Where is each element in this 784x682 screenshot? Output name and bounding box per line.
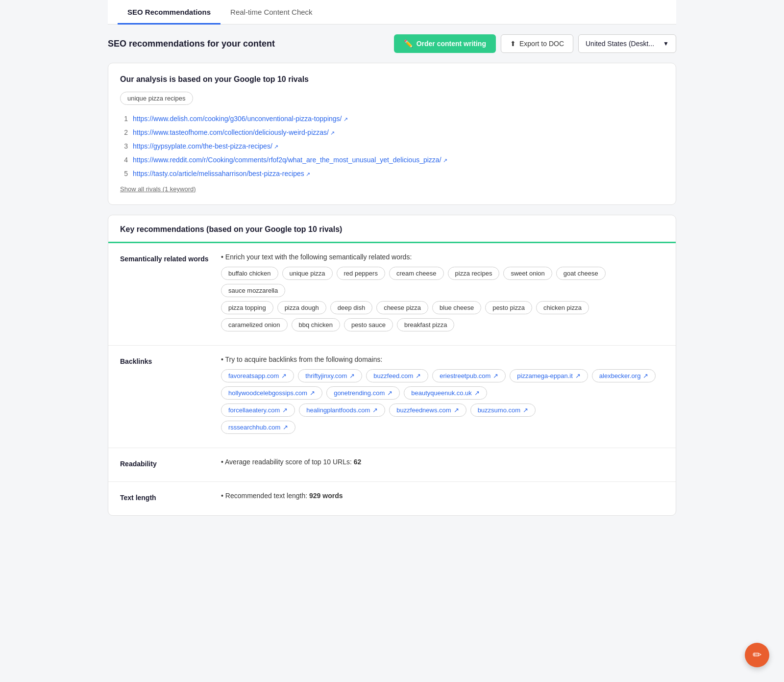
tag-pizza-topping[interactable]: pizza topping [221, 301, 273, 314]
backlink-favoreatsapp[interactable]: favoreatsapp.com ↗ [221, 369, 294, 382]
backlink-buzzsumo[interactable]: buzzsumo.com ↗ [470, 404, 536, 417]
list-item: 5 https://tasty.co/article/melissaharris… [120, 167, 664, 180]
rival-num: 1 [120, 115, 128, 123]
tag-pizza-recipes[interactable]: pizza recipes [448, 267, 500, 280]
backlink-gonetrending[interactable]: gonetrending.com ↗ [326, 386, 400, 400]
rec-label-backlinks: Backlinks [108, 346, 221, 448]
backlink-buzzfeednews[interactable]: buzzfeednews.com ↗ [389, 404, 466, 417]
list-item: 2 https://www.tasteofhome.com/collection… [120, 126, 664, 139]
external-link-icon: ↗ [454, 406, 459, 414]
export-to-doc-button[interactable]: ⬆ Export to DOC [501, 34, 573, 53]
external-link-icon: ↗ [416, 372, 421, 379]
page-title: SEO recommendations for your content [108, 39, 275, 49]
show-rivals-button[interactable]: Show all rivals (1 keyword) [120, 180, 196, 193]
rec-section-readability: Readability • Average readability score … [108, 448, 676, 482]
rival-link[interactable]: https://www.tasteofhome.com/collection/d… [133, 128, 335, 136]
upload-icon: ⬆ [510, 40, 516, 48]
rival-link[interactable]: https://gypsyplate.com/the-best-pizza-re… [133, 142, 278, 150]
tag-unique-pizza[interactable]: unique pizza [282, 267, 333, 280]
backlink-tags-row3: forcellaeatery.com ↗ healingplantfoods.c… [221, 404, 668, 417]
semantic-tags-row3: caramelized onion bbq chicken pesto sauc… [221, 318, 668, 331]
text-length-intro: • Recommended text length: 929 words [221, 492, 668, 500]
tag-cheese-pizza[interactable]: cheese pizza [376, 301, 428, 314]
tag-chicken-pizza[interactable]: chicken pizza [536, 301, 589, 314]
tabs-bar: SEO Recommendations Real-time Content Ch… [108, 0, 676, 25]
tag-blue-cheese[interactable]: blue cheese [432, 301, 481, 314]
backlink-pizzamega[interactable]: pizzamega-eppan.it ↗ [510, 369, 588, 382]
header-row: SEO recommendations for your content ✏️ … [108, 34, 676, 53]
tag-red-peppers[interactable]: red peppers [337, 267, 385, 280]
rec-section-text-length: Text length • Recommended text length: 9… [108, 482, 676, 515]
rival-link[interactable]: https://tasty.co/article/melissaharrison… [133, 170, 310, 177]
tag-buffalo-chicken[interactable]: buffalo chicken [221, 267, 278, 280]
tag-bbq-chicken[interactable]: bbq chicken [292, 318, 340, 331]
tag-cream-cheese[interactable]: cream cheese [389, 267, 444, 280]
edit-icon: ✏️ [404, 39, 413, 48]
rec-intro-semantic: • Enrich your text with the following se… [221, 253, 668, 261]
backlink-buzzfeed[interactable]: buzzfeed.com ↗ [366, 369, 428, 382]
tag-deep-dish[interactable]: deep dish [330, 301, 372, 314]
order-btn-label: Order content writing [416, 40, 486, 48]
tag-breakfast-pizza[interactable]: breakfast pizza [397, 318, 454, 331]
chevron-down-icon: ▼ [663, 40, 669, 47]
tag-sauce-mozzarella[interactable]: sauce mozzarella [221, 284, 285, 297]
text-length-value: 929 words [309, 492, 343, 500]
rec-content-backlinks: • Try to acquire backlinks from the foll… [221, 346, 676, 448]
backlink-healingplantfoods[interactable]: healingplantfoods.com ↗ [299, 404, 385, 417]
backlink-thriftyjinxy[interactable]: thriftyjinxy.com ↗ [298, 369, 362, 382]
external-link-icon: ↗ [474, 389, 480, 397]
recommendations-card: Key recommendations (based on your Googl… [108, 215, 676, 516]
backlink-hollywoodcelebgossips[interactable]: hollywoodcelebgossips.com ↗ [221, 386, 322, 400]
external-link-icon: ↗ [643, 372, 648, 379]
rec-section-backlinks: Backlinks • Try to acquire backlinks fro… [108, 346, 676, 448]
keyword-tag[interactable]: unique pizza recipes [120, 92, 193, 105]
tab-realtime-content-check[interactable]: Real-time Content Check [220, 0, 322, 25]
analysis-card: Our analysis is based on your Google top… [108, 63, 676, 205]
backlink-tags-row4: rsssearchhub.com ↗ [221, 421, 668, 434]
tag-goat-cheese[interactable]: goat cheese [556, 267, 606, 280]
tag-sweet-onion[interactable]: sweet onion [503, 267, 552, 280]
rec-section-semantic: Semantically related words • Enrich your… [108, 243, 676, 346]
backlink-eriestreetpub[interactable]: eriestreetpub.com ↗ [432, 369, 506, 382]
tag-pizza-dough[interactable]: pizza dough [277, 301, 326, 314]
rival-num: 2 [120, 128, 128, 136]
list-item: 3 https://gypsyplate.com/the-best-pizza-… [120, 139, 664, 153]
external-link-icon: ↗ [372, 406, 378, 414]
semantic-tags-row2: pizza topping pizza dough deep dish chee… [221, 301, 668, 314]
backlink-tags-row1: favoreatsapp.com ↗ thriftyjinxy.com ↗ bu… [221, 369, 668, 382]
backlink-rsssearchhub[interactable]: rsssearchhub.com ↗ [221, 421, 295, 434]
list-item: 4 https://www.reddit.com/r/Cooking/comme… [120, 153, 664, 167]
analysis-card-title: Our analysis is based on your Google top… [120, 75, 664, 84]
readability-value: 62 [354, 458, 362, 466]
backlink-alexbecker[interactable]: alexbecker.org ↗ [592, 369, 656, 382]
rival-list: 1 https://www.delish.com/cooking/g306/un… [120, 112, 664, 180]
rival-num: 5 [120, 170, 128, 177]
order-content-writing-button[interactable]: ✏️ Order content writing [394, 34, 496, 53]
backlink-forcellaeatery[interactable]: forcellaeatery.com ↗ [221, 404, 295, 417]
external-link-icon: ↗ [387, 389, 392, 397]
country-select[interactable]: United States (Deskt... ▼ [578, 34, 676, 53]
backlink-beautyqueenuk[interactable]: beautyqueenuk.co.uk ↗ [404, 386, 487, 400]
tag-caramelized-onion[interactable]: caramelized onion [221, 318, 288, 331]
external-link-icon: ↗ [493, 372, 498, 379]
readability-intro: • Average readability score of top 10 UR… [221, 458, 668, 466]
rival-link[interactable]: https://www.delish.com/cooking/g306/unco… [133, 115, 348, 123]
rec-label-readability: Readability [108, 448, 221, 481]
rec-label-text-length: Text length [108, 482, 221, 515]
rival-link[interactable]: https://www.reddit.com/r/Cooking/comment… [133, 156, 447, 164]
rec-intro-backlinks: • Try to acquire backlinks from the foll… [221, 355, 668, 363]
rec-content-readability: • Average readability score of top 10 UR… [221, 448, 676, 481]
external-link-icon: ↗ [282, 406, 288, 414]
tag-pesto-pizza[interactable]: pesto pizza [485, 301, 532, 314]
tag-pesto-sauce[interactable]: pesto sauce [344, 318, 393, 331]
country-select-label: United States (Deskt... [586, 40, 654, 48]
tab-seo-recommendations[interactable]: SEO Recommendations [118, 0, 220, 25]
rival-num: 4 [120, 156, 128, 164]
rec-label-semantic: Semantically related words [108, 243, 221, 345]
rival-num: 3 [120, 142, 128, 150]
external-link-icon: ↗ [349, 372, 355, 379]
rec-content-semantic: • Enrich your text with the following se… [221, 243, 676, 345]
list-item: 1 https://www.delish.com/cooking/g306/un… [120, 112, 664, 126]
external-link-icon: ↗ [310, 389, 315, 397]
backlink-tags-row2: hollywoodcelebgossips.com ↗ gonetrending… [221, 386, 668, 400]
